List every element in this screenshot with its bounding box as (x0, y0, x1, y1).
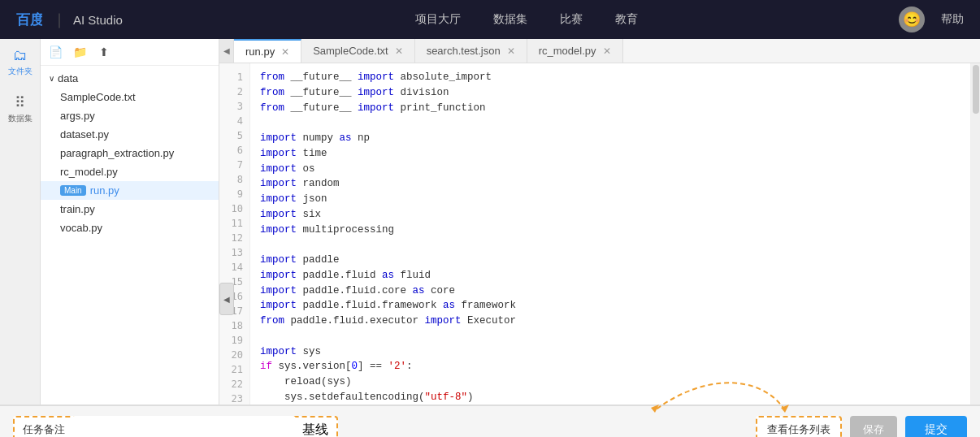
view-tasks-button[interactable]: 查看任务列表 (756, 416, 842, 437)
task-note-container: 任务备注 基线 (13, 416, 338, 437)
code-scrollbar[interactable] (970, 63, 980, 405)
sidebar-icons: 🗂 文件夹 ⠿ 数据集 (0, 39, 41, 405)
upload-icon[interactable]: ⬆ (96, 44, 112, 60)
list-item[interactable]: dataset.py (41, 125, 219, 144)
sidebar-datasets-label: 数据集 (8, 113, 33, 124)
tab-rc-model[interactable]: rc_model.py ✕ (527, 39, 623, 63)
baseline-label: 基线 (302, 422, 328, 438)
line-numbers: 1234 5678 9101112 13141516 17181920 2122… (219, 63, 250, 405)
file-panel: 📄 📁 ⬆ ∨ data SampleCode.txt args.py data… (41, 39, 219, 405)
list-item-active[interactable]: Main run.py (41, 181, 219, 200)
tab-run-py[interactable]: run.py ✕ (234, 39, 301, 63)
task-note-label: 任务备注 (23, 422, 65, 437)
close-tab-icon[interactable]: ✕ (507, 45, 515, 57)
tab-samplecode[interactable]: SampleCode.txt ✕ (301, 39, 415, 63)
sidebar-item-datasets[interactable]: ⠿ 数据集 (8, 93, 33, 124)
sidebar-item-files[interactable]: 🗂 文件夹 (8, 47, 33, 77)
app-title: AI Studio (73, 13, 123, 27)
nav-logo: 百度 ｜ AI Studio (16, 10, 123, 29)
scrollbar-thumb (973, 65, 979, 114)
close-tab-icon[interactable]: ✕ (603, 45, 611, 57)
baidu-logo-icon: 百度 (16, 11, 42, 28)
list-item[interactable]: paragraph_extraction.py (41, 144, 219, 162)
folder-name: data (58, 72, 78, 84)
editor-area: ◀ run.py ✕ SampleCode.txt ✕ search.test.… (219, 39, 980, 405)
nav-right: 😊 帮助 (899, 6, 964, 32)
main-badge: Main (60, 185, 86, 196)
folder-data[interactable]: ∨ data (41, 69, 219, 88)
svg-text:百度: 百度 (16, 11, 42, 28)
list-item[interactable]: SampleCode.txt (41, 88, 219, 106)
tab-collapse[interactable]: ◀ (219, 39, 234, 63)
list-item[interactable]: vocab.py (41, 218, 219, 237)
dataset-icon: ⠿ (15, 93, 25, 111)
baseline-input[interactable] (72, 416, 296, 437)
file-tree: ∨ data SampleCode.txt args.py dataset.py… (41, 66, 219, 240)
svg-marker-1 (651, 405, 659, 413)
nav-education[interactable]: 教育 (615, 12, 638, 27)
list-item[interactable]: train.py (41, 200, 219, 218)
close-tab-icon[interactable]: ✕ (395, 45, 403, 57)
avatar[interactable]: 😊 (899, 6, 925, 32)
tab-search-test[interactable]: search.test.json ✕ (415, 39, 527, 63)
list-item[interactable]: rc_model.py (41, 162, 219, 181)
svg-marker-2 (781, 405, 789, 413)
folder-icon: 🗂 (13, 47, 28, 64)
code-content[interactable]: from __future__ import absolute_import f… (250, 63, 970, 405)
submit-button[interactable]: 提交 (905, 416, 967, 437)
collapse-panel-btn[interactable]: ◀ (219, 283, 234, 315)
close-tab-icon[interactable]: ✕ (281, 46, 289, 58)
sidebar-files-label: 文件夹 (8, 66, 33, 77)
new-folder-icon[interactable]: 📁 (72, 44, 88, 60)
new-file-icon[interactable]: 📄 (47, 44, 63, 60)
file-toolbar: 📄 📁 ⬆ (41, 39, 219, 66)
nav-projects[interactable]: 项目大厅 (415, 12, 461, 27)
nav-datasets[interactable]: 数据集 (493, 12, 527, 27)
nav-help[interactable]: 帮助 (941, 12, 964, 27)
main-layout: 🗂 文件夹 ⠿ 数据集 📄 📁 ⬆ ∨ data SampleCode.txt … (0, 39, 980, 405)
editor-tabs: ◀ run.py ✕ SampleCode.txt ✕ search.test.… (219, 39, 980, 63)
top-nav: 百度 ｜ AI Studio 项目大厅 数据集 比赛 教育 😊 帮助 (0, 0, 980, 39)
bottom-bar: 任务备注 基线 查看任务列表 保存 提交 (0, 405, 980, 437)
save-button[interactable]: 保存 (850, 416, 897, 437)
list-item[interactable]: args.py (41, 106, 219, 125)
nav-competition[interactable]: 比赛 (560, 12, 583, 27)
nav-links: 项目大厅 数据集 比赛 教育 (155, 12, 899, 27)
code-editor: 1234 5678 9101112 13141516 17181920 2122… (219, 63, 980, 405)
